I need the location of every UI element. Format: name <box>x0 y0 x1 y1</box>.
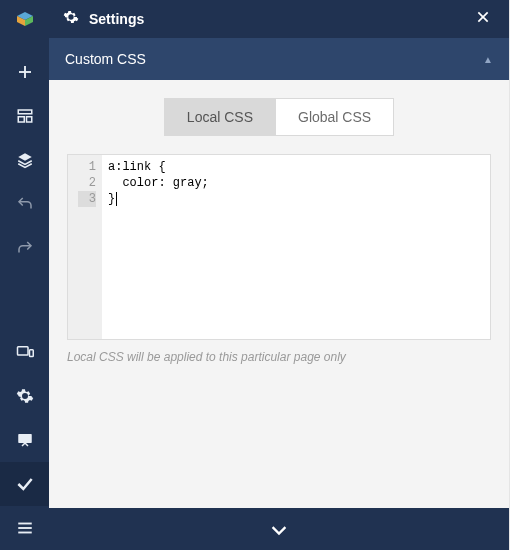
panel-header: Settings <box>49 0 509 38</box>
menu-icon[interactable] <box>0 506 49 550</box>
tab-global-css[interactable]: Global CSS <box>275 98 394 136</box>
svg-rect-7 <box>18 434 32 443</box>
redo-icon[interactable] <box>0 226 49 270</box>
app-logo <box>13 8 37 32</box>
svg-rect-6 <box>29 350 33 357</box>
panel-title: Settings <box>89 11 471 27</box>
presentation-icon[interactable] <box>0 418 49 462</box>
code-area[interactable]: a:link { color: gray;} <box>102 155 490 339</box>
undo-icon[interactable] <box>0 182 49 226</box>
layers-icon[interactable] <box>0 138 49 182</box>
main-panel: Settings Custom CSS ▲ Local CSS Global C… <box>49 0 510 550</box>
apply-button[interactable] <box>49 508 509 550</box>
close-icon[interactable] <box>471 5 495 33</box>
template-icon[interactable] <box>0 94 49 138</box>
devices-icon[interactable] <box>0 330 49 374</box>
css-tabs: Local CSS Global CSS <box>67 98 491 136</box>
chevron-up-icon: ▲ <box>483 54 493 65</box>
gear-icon <box>63 9 79 29</box>
tab-local-css[interactable]: Local CSS <box>164 98 275 136</box>
code-editor[interactable]: 123 a:link { color: gray;} <box>67 154 491 340</box>
section-body: Local CSS Global CSS 123 a:link { color:… <box>49 80 509 508</box>
svg-rect-5 <box>17 347 28 355</box>
svg-rect-4 <box>26 117 31 122</box>
check-icon[interactable] <box>0 462 49 506</box>
section-title: Custom CSS <box>65 51 483 67</box>
add-icon[interactable] <box>0 50 49 94</box>
left-rail <box>0 0 49 550</box>
line-gutter: 123 <box>68 155 102 339</box>
gear-icon[interactable] <box>0 374 49 418</box>
svg-rect-3 <box>18 117 24 122</box>
hint-text: Local CSS will be applied to this partic… <box>67 350 491 364</box>
svg-rect-2 <box>18 110 32 114</box>
section-toggle[interactable]: Custom CSS ▲ <box>49 38 509 80</box>
